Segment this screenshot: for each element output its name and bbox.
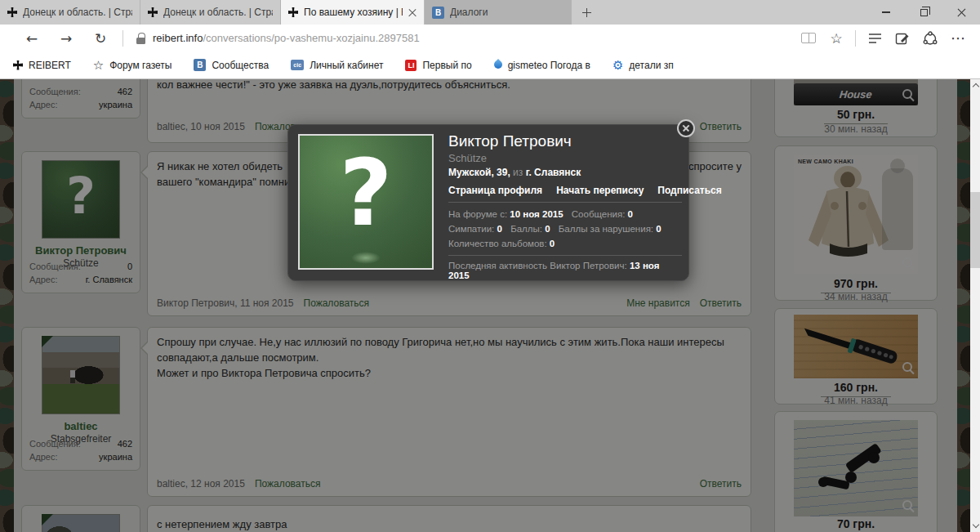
star-icon <box>93 58 104 73</box>
scroll-down-arrow[interactable] <box>970 520 980 532</box>
bookmark-forum[interactable]: Форум газеты <box>93 58 172 73</box>
member-card-popup: ? Виктор Петрович Schütze Мужской, 39, и… <box>287 124 689 281</box>
scrollbar-thumb[interactable] <box>970 192 980 268</box>
share-icon <box>923 31 938 46</box>
member-card-name[interactable]: Виктор Петрович <box>448 132 682 150</box>
member-card-stats: На форуме с: 10 ноя 2015 Сообщения: 0 Си… <box>448 208 682 251</box>
favorite-star-button[interactable] <box>822 30 850 47</box>
reading-view-button[interactable] <box>795 33 822 43</box>
member-card-links: Страница профиля Начать переписку Подпис… <box>448 185 682 203</box>
web-note-button[interactable] <box>889 31 916 45</box>
tab-title: Донецк и область. | Страни <box>23 7 132 18</box>
reibert-cross-icon <box>7 7 17 17</box>
tab-donetsk-1[interactable]: Донецк и область. | Страни <box>0 0 140 25</box>
minimize-icon <box>882 11 890 12</box>
restore-button[interactable] <box>905 0 942 25</box>
url-path: /conversations/po-vashemu-xozjainu.28975… <box>203 32 419 44</box>
hub-lines-icon <box>868 33 882 44</box>
cic-icon <box>291 60 304 70</box>
bookmarks-bar: REIBERT Форум газеты Сообщества Личный к… <box>0 51 980 79</box>
divider <box>855 30 856 47</box>
tab-conversation-active[interactable]: По вашему хозяину | R <box>281 0 425 25</box>
url-domain: reibert.info <box>153 32 203 44</box>
forward-button[interactable]: → <box>49 30 83 47</box>
member-card-info: Мужской, 39, из г. Славянск <box>448 167 682 178</box>
close-icon <box>957 8 966 17</box>
close-button[interactable] <box>942 0 980 25</box>
reibert-cross-icon <box>148 7 158 17</box>
bookmark-label: gismeteo Погода в <box>508 60 590 71</box>
hub-button[interactable] <box>861 33 889 44</box>
bookmark-cabinet[interactable]: Личный кабинет <box>291 60 383 71</box>
bookmark-label: Форум газеты <box>109 60 172 71</box>
lock-icon <box>136 33 145 44</box>
plus-icon <box>582 8 591 17</box>
li-icon <box>405 60 416 71</box>
bookmark-communities[interactable]: Сообщества <box>194 59 269 71</box>
tab-title: Донецк и область. | Страни <box>163 7 273 18</box>
bookmark-label: Личный кабинет <box>310 60 383 71</box>
scroll-up-arrow[interactable] <box>970 79 980 92</box>
start-conversation-link[interactable]: Начать переписку <box>556 185 644 196</box>
profile-page-link[interactable]: Страница профиля <box>448 185 542 196</box>
forum-page: Сообщения:462 Адрес:украина ? Виктор Пет… <box>0 79 980 532</box>
member-card-avatar[interactable]: ? <box>298 134 434 270</box>
tab-title: По вашему хозяину | R <box>304 7 403 18</box>
bookmark-label: REIBERT <box>29 60 71 71</box>
bookmark-detali[interactable]: детали зп <box>612 58 674 73</box>
address-bar: ← → ↻ reibert.info/conversations/po-vash… <box>0 25 980 51</box>
bookmark-label: Первый по <box>422 60 471 71</box>
reibert-cross-icon <box>13 60 23 70</box>
tab-close-icon[interactable] <box>408 8 416 16</box>
member-card-rank: Schütze <box>448 152 682 164</box>
more-actions-button[interactable] <box>944 29 972 47</box>
popup-close-button[interactable] <box>677 119 695 137</box>
divider <box>122 30 123 47</box>
url-field[interactable]: reibert.info/conversations/po-vashemu-xo… <box>153 32 795 44</box>
tab-bar: Донецк и область. | Страни Донецк и обла… <box>0 0 980 25</box>
vk-icon <box>432 7 444 19</box>
restore-icon <box>920 9 928 16</box>
share-button[interactable] <box>916 31 944 46</box>
bookmark-pervyi[interactable]: Первый по <box>405 60 471 71</box>
vk-icon <box>194 59 206 71</box>
tab-donetsk-2[interactable]: Донецк и область. | Страни <box>140 0 281 25</box>
browser-window: Донецк и область. | Страни Донецк и обла… <box>0 0 980 532</box>
bookmark-label: Сообщества <box>212 60 269 71</box>
water-drop-icon <box>492 58 504 69</box>
tab-title: Диалоги <box>450 7 564 18</box>
book-icon <box>801 33 816 43</box>
divider <box>448 255 682 256</box>
bookmark-gismeteo[interactable]: gismeteo Погода в <box>494 60 590 71</box>
avatar-reflection <box>351 252 381 264</box>
tab-dialogs[interactable]: Диалоги <box>425 0 572 25</box>
minimize-button[interactable] <box>867 0 905 25</box>
refresh-button[interactable]: ↻ <box>83 30 118 47</box>
follow-link[interactable]: Подписаться <box>657 185 721 196</box>
note-pen-icon <box>895 31 910 45</box>
reibert-cross-icon <box>288 7 298 17</box>
back-button[interactable]: ← <box>15 30 49 47</box>
member-card-last-activity: Последняя активность Виктор Петрович: 13… <box>448 261 682 280</box>
bookmark-reibert[interactable]: REIBERT <box>13 60 71 71</box>
window-controls <box>867 0 980 25</box>
bookmark-label: детали зп <box>629 60 673 71</box>
new-tab-button[interactable] <box>572 0 601 25</box>
page-scrollbar[interactable] <box>970 79 980 532</box>
gear-icon <box>612 58 623 73</box>
